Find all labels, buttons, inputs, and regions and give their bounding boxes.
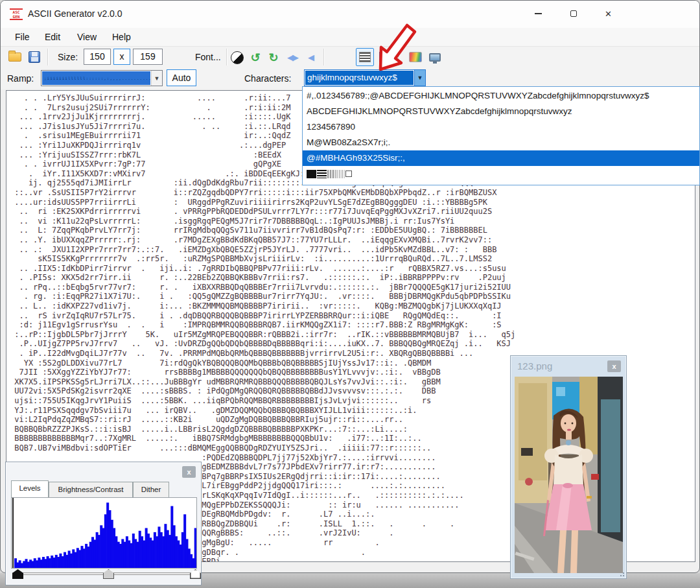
levels-close-button[interactable]: x	[182, 466, 196, 478]
open-image-button[interactable]	[6, 49, 24, 65]
menu-bar: File Edit View Help	[1, 28, 699, 46]
image-view-icon	[379, 52, 392, 62]
size-label: Size:	[58, 52, 78, 62]
characters-value[interactable]: ghijklmnopqrstuvwxyz$	[305, 71, 414, 85]
save-button[interactable]	[25, 49, 43, 65]
levels-black-handle[interactable]	[12, 569, 23, 579]
dropdown-item-selected[interactable]: @#MBHAGh93X25Sisr;:,	[303, 150, 699, 166]
image-settings-button[interactable]	[406, 49, 425, 65]
lock-ratio-toggle[interactable]: x	[113, 49, 130, 65]
tab-dither[interactable]: Dither	[133, 482, 169, 497]
minimize-button[interactable]	[523, 1, 554, 27]
rainbow-image-icon	[409, 52, 422, 62]
levels-mid-handle[interactable]	[103, 569, 114, 579]
dropdown-item[interactable]: #,.0123456789:;@ABCDEFGHIJKLMNOPQRSTUVWX…	[303, 88, 699, 104]
preview-title: 123.png	[517, 360, 552, 371]
text-view-button[interactable]	[356, 48, 374, 66]
bitmap-swatch-light-dither-icon	[336, 170, 345, 178]
auto-ramp-button[interactable]: Auto	[167, 69, 196, 86]
maximize-icon	[570, 10, 577, 17]
window-title: ASCII Generator v2.0.0	[28, 8, 122, 19]
bitmap-swatch-dither-icon	[327, 170, 336, 178]
tab-brightness-contrast[interactable]: Brightness/Contrast	[49, 482, 133, 497]
rotate-left-button[interactable]: ↺	[247, 49, 264, 65]
maximize-button[interactable]	[558, 1, 589, 27]
levels-panel: x Levels Brightness/Contrast Dither	[5, 462, 202, 585]
dropdown-item[interactable]: M@WB08Za2SX7r;i;.	[303, 135, 699, 150]
image-preview-panel: 123.png x	[510, 355, 627, 579]
ramp-combobox[interactable]: ;iiiiiiillllll::::::,:,,,,........... ▼	[41, 70, 163, 86]
bitmap-swatch-white-icon	[345, 171, 352, 177]
flip-horizontal-icon: ◀▶	[287, 53, 298, 62]
menu-edit[interactable]: Edit	[38, 30, 67, 45]
bitmap-swatch-black-icon	[307, 170, 316, 178]
ramp-preview: ;iiiiiiillllll::::::,:,,,,...........	[42, 71, 150, 85]
source-photo	[515, 377, 623, 573]
ramp-dropdown-arrow-icon[interactable]: ▼	[151, 71, 162, 86]
levels-white-handle[interactable]	[190, 569, 201, 579]
histogram-box	[11, 497, 197, 569]
height-input[interactable]: 159	[133, 49, 163, 65]
characters-label: Characters:	[244, 73, 291, 84]
minimize-icon	[535, 13, 542, 14]
menu-view[interactable]: View	[71, 30, 103, 45]
dropdown-item-bitmap-ramp[interactable]	[303, 166, 699, 182]
flip-horizontal-button[interactable]: ◀▶	[283, 49, 301, 65]
bitmap-swatch-lines-icon	[317, 170, 327, 178]
title-bar: ASC GEN ASCII Generator v2.0.0 ✕	[1, 1, 699, 28]
invert-button[interactable]	[229, 49, 246, 65]
rotate-right-icon: ↻	[268, 52, 278, 64]
characters-dropdown-arrow-icon[interactable]: ▼	[414, 70, 425, 86]
rotate-left-icon: ↺	[250, 52, 260, 64]
tab-levels[interactable]: Levels	[11, 480, 49, 497]
dropdown-item[interactable]: ABCDEFGHIJKLMNOPQRSTUVWXYZabcdefghijklmn…	[303, 104, 699, 119]
characters-combobox[interactable]: ghijklmnopqrstuvwxyz$ ▼	[304, 69, 426, 86]
resize-grip[interactable]	[618, 570, 625, 577]
app-icon: ASC GEN	[10, 8, 23, 20]
dropdown-item[interactable]: 1234567890	[303, 119, 699, 135]
characters-dropdown-list: #,.0123456789:;@ABCDEFGHIJKLMNOPQRSTUVWX…	[302, 86, 700, 185]
ramp-label: Ramp:	[7, 73, 34, 84]
menu-help[interactable]: Help	[106, 30, 137, 45]
rotate-right-button[interactable]: ↻	[265, 49, 282, 65]
open-folder-icon	[8, 53, 21, 62]
preview-close-button[interactable]: x	[607, 360, 621, 372]
width-input[interactable]: 150	[84, 49, 111, 65]
photo-illustration	[515, 377, 623, 573]
histogram-chart	[12, 498, 196, 568]
close-button[interactable]: ✕	[593, 1, 624, 27]
contrast-icon	[231, 51, 244, 64]
flip-vertical-icon: ◀	[308, 53, 313, 62]
image-view-button[interactable]	[377, 48, 395, 66]
flip-vertical-button[interactable]: ◀	[303, 49, 318, 65]
monitor-icon	[429, 53, 441, 62]
font-button[interactable]: Font...	[195, 52, 221, 62]
menu-file[interactable]: File	[8, 30, 36, 45]
save-icon	[29, 51, 40, 63]
display-output-button[interactable]	[426, 49, 444, 65]
text-view-icon	[359, 52, 371, 62]
